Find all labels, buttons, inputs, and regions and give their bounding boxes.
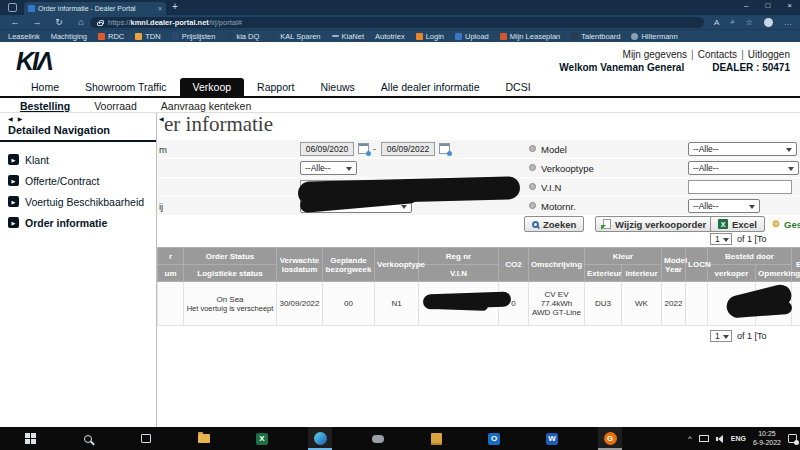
edge-taskbar-button[interactable] [308, 427, 332, 450]
zoeken-button[interactable]: Zoeken [524, 216, 584, 232]
sidebar-item-offerte-contract[interactable]: ▶Offerte/Contract [8, 170, 154, 191]
outlook-taskbar-button[interactable]: O [482, 427, 506, 450]
app-gray-taskbar-button[interactable] [366, 427, 390, 450]
col-verkoper[interactable]: verkoper [708, 265, 756, 282]
window-maximize-button[interactable]: □ [765, 1, 770, 10]
language-indicator[interactable]: ENG [731, 435, 746, 442]
bookmark-kal-sparen[interactable]: KAL Sparen [270, 32, 320, 41]
bookmark-mijn-leaseplan[interactable]: Mijn Leaseplan [500, 32, 560, 41]
tab-close-icon[interactable]: × [158, 5, 162, 12]
forward-icon[interactable]: → [26, 17, 48, 27]
more-menu-icon[interactable]: … [784, 18, 792, 27]
geselecteerde-button[interactable]: ⚙Geselect [765, 216, 800, 232]
col-opmerking[interactable]: Opmerking [756, 265, 792, 282]
excel-taskbar-button[interactable]: X [250, 427, 274, 450]
tab-verkoop[interactable]: Verkoop [180, 78, 245, 96]
tab-nieuws[interactable]: Nieuws [307, 78, 367, 96]
address-bar[interactable]: https://kmnl.dealer-portal.net/irj/porta… [90, 17, 704, 28]
sidebar-item-voertuig-beschikbaarheid[interactable]: ▶Voertuig Beschikbaarheid [8, 191, 154, 212]
hidden-icons-chevron[interactable]: ^ [688, 434, 692, 443]
col-omschrijving[interactable]: Omschrijving [529, 248, 585, 282]
back-icon[interactable]: ← [4, 17, 26, 27]
date-from-input[interactable]: 06/09/2020 [300, 142, 354, 156]
tab-showroom-traffic[interactable]: Showroom Traffic [72, 78, 180, 96]
tab-dcsi[interactable]: DCSI [493, 78, 544, 96]
speaker-icon[interactable] [716, 435, 724, 443]
col-co2[interactable]: CO2 [499, 248, 529, 282]
app-g-taskbar-button[interactable]: G [598, 427, 622, 450]
wijzig-verkooporder-button[interactable]: Wijzig verkooporder [595, 216, 714, 232]
new-tab-button[interactable]: + [172, 1, 178, 12]
page-select[interactable]: 1 [710, 233, 732, 245]
sidebar-item-klant[interactable]: ▶Klant [8, 149, 154, 170]
sidebar-item-order-informatie[interactable]: ▶Order informatie [8, 212, 154, 233]
window-minimize-button[interactable]: – [744, 1, 748, 10]
task-view-button[interactable] [134, 427, 158, 450]
date-to-input[interactable]: 06/09/2022 [381, 142, 435, 156]
read-aloud-icon[interactable]: A [714, 18, 719, 27]
col-geplande-bezorgweek[interactable]: Geplande bezorgweek [323, 248, 375, 282]
col-besteld-door[interactable]: Besteld door [708, 248, 792, 265]
subnav-bestelling[interactable]: Bestelling [20, 100, 70, 112]
window-close-button[interactable]: × [787, 1, 792, 10]
panel-collapse-icons[interactable]: ◀▶ [8, 115, 27, 122]
calendar-icon[interactable] [358, 143, 369, 154]
search-plus-icon[interactable]: ⌕ [730, 17, 734, 27]
col-partial-top[interactable]: r [158, 248, 184, 265]
home-icon[interactable]: ⌂ [70, 17, 92, 27]
network-icon[interactable] [699, 435, 709, 442]
subnav-voorraad[interactable]: Voorraad [94, 100, 137, 112]
tab-rapport[interactable]: Rapport [244, 78, 307, 96]
bookmark-tdn[interactable]: TDN [135, 32, 160, 41]
col-exterieur[interactable]: Exterieur [585, 265, 622, 282]
vin-input[interactable] [688, 180, 792, 194]
bookmark-machtiging[interactable]: Machtiging [51, 32, 87, 41]
bookmark-rdc[interactable]: RDC [98, 32, 124, 41]
col-partial-bottom[interactable]: um [158, 265, 184, 282]
col-reg-nr[interactable]: Reg nr [419, 248, 499, 265]
col-verwachte-losdatum[interactable]: Verwachte losdatum [277, 248, 323, 282]
col-order-status[interactable]: Order Status [184, 248, 277, 265]
col-interieur[interactable]: Interieur [622, 265, 662, 282]
notes-taskbar-button[interactable] [424, 427, 448, 450]
subnav-aanvraag-kenteken[interactable]: Aanvraag kenteken [161, 100, 251, 112]
link-contacts[interactable]: Contacts [698, 49, 737, 60]
content-collapse-icon[interactable]: ◀ [159, 115, 164, 122]
col-vin[interactable]: V.I.N [419, 265, 499, 282]
tab-home[interactable]: Home [18, 78, 72, 96]
bookmark-login[interactable]: Login [416, 32, 444, 41]
action-center-icon[interactable] [788, 434, 797, 443]
motornr-select[interactable]: --Alle-- [688, 199, 760, 213]
bookmark-kianet[interactable]: KiaNet [332, 32, 365, 41]
bookmark-autotriex[interactable]: Autotriex [375, 32, 405, 41]
favorites-icon[interactable]: ☆ [746, 18, 753, 27]
browser-tab[interactable]: Order informatie - Dealer Portal × [24, 2, 166, 15]
bookmark-kia-dq[interactable]: kia DQ [226, 32, 259, 41]
clock[interactable]: 10:25 6-9-2022 [753, 430, 781, 447]
file-explorer-button[interactable] [192, 427, 216, 450]
start-button[interactable] [18, 427, 42, 450]
col-model-year[interactable]: Model Year [662, 248, 686, 282]
verkooptype-select[interactable]: --Alle-- [688, 161, 799, 175]
model-select[interactable]: --Alle-- [688, 142, 797, 156]
taskbar-search-button[interactable] [76, 427, 100, 450]
link-uitloggen[interactable]: Uitloggen [748, 49, 790, 60]
filter-select[interactable]: --Alle-- [300, 161, 357, 175]
col-kleur[interactable]: Kleur [585, 248, 662, 265]
excel-button[interactable]: XExcel [710, 216, 765, 232]
bookmark-leaselink[interactable]: Leaselink [8, 32, 40, 41]
profile-avatar[interactable] [764, 18, 773, 27]
page-select[interactable]: 1 [710, 330, 732, 342]
bookmark-upload[interactable]: Upload [455, 32, 489, 41]
link-mijn-gegevens[interactable]: Mijn gegevens [623, 49, 687, 60]
bookmark-talentboard[interactable]: Talentboard [571, 32, 620, 41]
tab-alle-dealer-informatie[interactable]: Alle dealer informatie [368, 78, 493, 96]
col-verkooptype[interactable]: Verkooptype [375, 248, 419, 282]
word-taskbar-button[interactable]: W [540, 427, 564, 450]
refresh-icon[interactable]: ↻ [48, 17, 70, 27]
bookmark-hiltermann[interactable]: Hiltermann [631, 32, 677, 41]
tab-workspaces-icon[interactable] [8, 3, 17, 12]
calendar-icon[interactable] [439, 143, 450, 154]
col-locn[interactable]: LOCN [686, 248, 708, 282]
col-logistieke-status[interactable]: Logistieke status [184, 265, 277, 282]
